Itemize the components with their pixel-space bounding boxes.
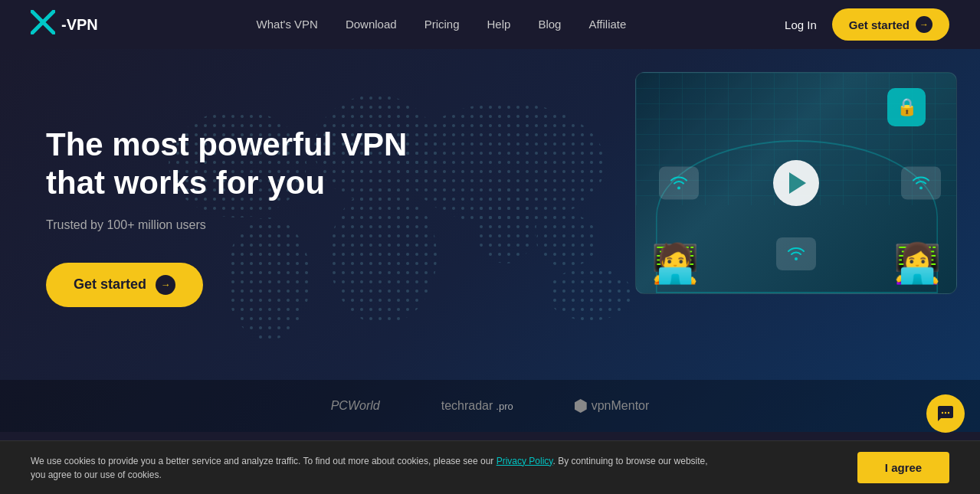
logo[interactable]: -VPN bbox=[31, 10, 98, 40]
cookie-text-before: We use cookies to provide you a better s… bbox=[31, 456, 497, 466]
svg-point-11 bbox=[942, 412, 943, 414]
svg-point-7 bbox=[536, 214, 598, 267]
hero-illustration: 🔒 bbox=[635, 72, 957, 294]
figure-right: 👩‍💻 bbox=[893, 241, 941, 286]
nav-links: What's VPN Download Pricing Help Blog Af… bbox=[257, 18, 627, 31]
play-button[interactable] bbox=[773, 160, 819, 206]
get-started-nav-button[interactable]: Get started → bbox=[832, 8, 949, 41]
arrow-circle-hero-icon: → bbox=[156, 275, 175, 295]
vpnmentor-shield-icon bbox=[575, 399, 587, 413]
nav-right: Log In Get started → bbox=[785, 8, 949, 41]
lock-icon: 🔒 bbox=[887, 88, 926, 126]
svg-point-6 bbox=[475, 187, 536, 263]
vpnmentor-label: vpnMentor bbox=[592, 399, 650, 413]
pcworld-label: PCWorld bbox=[331, 399, 380, 413]
navbar: -VPN What's VPN Download Pricing Help Bl… bbox=[0, 0, 980, 49]
figure-left: 🧑‍💻 bbox=[651, 241, 699, 286]
svg-point-10 bbox=[548, 267, 632, 321]
brands-strip: PCWorld techradar.pro vpnMentor bbox=[0, 380, 980, 432]
wifi-bottom-icon bbox=[776, 237, 816, 270]
brand-vpnmentor: vpnMentor bbox=[575, 399, 650, 413]
wifi-left-icon bbox=[659, 167, 699, 200]
nav-blog[interactable]: Blog bbox=[538, 18, 561, 31]
brand-pcworld: PCWorld bbox=[331, 399, 380, 413]
get-started-hero-button[interactable]: Get started → bbox=[46, 263, 203, 307]
hero-title: The most powerful VPN that works for you bbox=[46, 126, 414, 203]
nav-whats-vpn[interactable]: What's VPN bbox=[257, 18, 318, 31]
i-agree-button[interactable]: I agree bbox=[857, 452, 949, 483]
play-icon bbox=[789, 172, 806, 194]
nav-pricing[interactable]: Pricing bbox=[424, 18, 460, 31]
nav-download[interactable]: Download bbox=[346, 18, 397, 31]
nav-affiliate[interactable]: Affiliate bbox=[588, 18, 626, 31]
illustration-inner: 🔒 bbox=[636, 73, 956, 293]
get-started-nav-label: Get started bbox=[849, 18, 910, 31]
logo-text: -VPN bbox=[61, 16, 98, 34]
login-button[interactable]: Log In bbox=[785, 18, 817, 31]
svg-point-12 bbox=[945, 412, 946, 414]
get-started-hero-label: Get started bbox=[74, 276, 146, 293]
techradar-pro: .pro bbox=[496, 401, 513, 412]
wifi-right-icon bbox=[901, 167, 941, 200]
hero-subtitle: Trusted by 100+ million users bbox=[46, 218, 414, 232]
arrow-circle-icon: → bbox=[916, 16, 932, 33]
cookie-banner: We use cookies to provide you a better s… bbox=[0, 440, 980, 494]
brand-techradar: techradar.pro bbox=[441, 399, 513, 413]
svg-point-13 bbox=[948, 412, 949, 414]
cookie-text: We use cookies to provide you a better s… bbox=[31, 454, 720, 482]
logo-x bbox=[31, 10, 55, 40]
hero-section: The most powerful VPN that works for you… bbox=[0, 49, 980, 432]
privacy-policy-link[interactable]: Privacy Policy bbox=[497, 456, 553, 466]
chat-bubble-button[interactable] bbox=[926, 394, 965, 433]
nav-help[interactable]: Help bbox=[487, 18, 511, 31]
techradar-label: techradar bbox=[441, 399, 493, 413]
hero-content: The most powerful VPN that works for you… bbox=[46, 126, 414, 307]
